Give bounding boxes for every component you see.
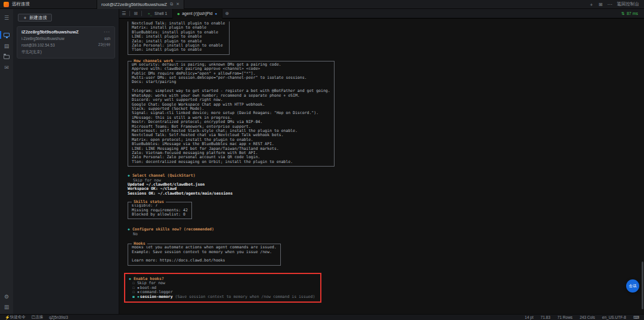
result-lines: Updated ~/.clawdbot/clawdbot.jsonWorkspa… xyxy=(128,183,644,196)
app-logo-icon xyxy=(4,2,9,7)
files-icon[interactable] xyxy=(0,51,13,61)
new-connection-button[interactable]: ＋ 新建连接 xyxy=(18,14,52,21)
latency-indicator: ⇅ 87 ms xyxy=(621,11,644,16)
connection-card[interactable]: iZ2ze8rg5bt9sofbuwshuwZ ··· i-2ze8rg5bt9… xyxy=(17,26,115,59)
scrollbar-thumb[interactable] xyxy=(642,261,643,309)
user-host: root@39.102.54.53 xyxy=(21,43,55,47)
tab-agent[interactable]: ● agent (r)[ssh]Pid ● xyxy=(173,9,223,19)
terminal-icon: >_ xyxy=(148,11,152,16)
hooks-box-title: Hooks xyxy=(132,242,147,246)
keyboard-icon[interactable]: ⌨ xyxy=(633,315,639,320)
session-tab-label: root@iZ2ze8rg5bt9sofbuwshuwZ xyxy=(101,2,167,7)
status-item: en_US.UTF-8 xyxy=(602,315,626,319)
split-pane-icon[interactable]: ⊞ xyxy=(131,11,140,16)
layers-icon[interactable]: ▤ xyxy=(0,41,13,51)
plus-icon: ＋ xyxy=(23,14,27,21)
status-right-items: 14 pt71.8371 Rows243 Colsen_US.UTF-8 xyxy=(525,315,626,319)
prompt-diamond-icon: ◆ xyxy=(128,227,130,232)
tab-shell-label: Shell 1 xyxy=(154,11,167,16)
session-fab-label: 会话 xyxy=(629,284,637,289)
checkbox-icon: ☐ xyxy=(132,290,135,294)
terminal-scrollbar[interactable] xyxy=(642,19,643,313)
region-label: 华北2(北京) xyxy=(21,50,42,55)
connection-title-row: iZ2ze8rg5bt9sofbuwshuwZ ··· xyxy=(21,29,110,35)
skills-status-box: Skills status Eligible: 7Missing require… xyxy=(128,202,192,219)
terminal-line: Tlon: install plugin to enable xyxy=(132,48,225,52)
help-docs-icon[interactable]: ▥ xyxy=(0,301,13,312)
tab-shell[interactable]: >_ Shell 1 xyxy=(143,9,173,19)
instance-id: i-2ze8rg5bt9sofbuwshuw xyxy=(21,36,64,41)
agent-status-icon: ● xyxy=(178,11,180,16)
connection-meta-row: root@39.102.54.53 23分钟 xyxy=(21,42,110,48)
select-channel-prompt: ◆Select channel (QuickStart) xyxy=(128,174,644,178)
remote-connection-icon[interactable] xyxy=(0,30,13,40)
terminal-output[interactable]: Nextcloud Talk: install plugin to enable… xyxy=(119,19,644,314)
annotation-red-box: ◆Enable hooks? ☐Skip for now☐▪boot-md☐▪c… xyxy=(124,273,321,303)
more-icon[interactable]: ⋯ xyxy=(608,2,612,7)
mail-icon[interactable]: ✉ xyxy=(0,62,13,72)
titlebar: 远程连接 root@iZ2ze8rg5bt9sofbuwshuwZ ⧉ ✕ ＋ … xyxy=(0,0,644,9)
terminal-menu-icon[interactable]: ☰ xyxy=(119,11,128,16)
status-right-icons: ⌨ xyxy=(633,315,639,320)
hook-icon: ▪ xyxy=(137,290,140,294)
status-item: 71.83 xyxy=(541,315,550,319)
split-layout-icon[interactable]: ⊞ xyxy=(599,2,603,7)
back-to-console-link[interactable]: 返回控制台 xyxy=(617,1,640,7)
terminal-line: Tlon: decentralized messaging on Urbit; … xyxy=(132,160,330,164)
session-duration: 23分钟 xyxy=(98,42,110,48)
lightning-icon[interactable]: ⚡ xyxy=(5,315,10,320)
configure-skills-prompt: ◆Configure skills now? (recommended) xyxy=(128,227,644,232)
connection-meta-row: 华北2(北京) xyxy=(21,50,110,55)
new-connection-label: 新建连接 xyxy=(29,15,47,21)
latency-value: 87 ms xyxy=(627,11,638,16)
activity-bar: ☰ ▤ ✉ ⚙ ▥ xyxy=(0,9,13,314)
separator xyxy=(141,11,142,16)
prompt-text: Configure skills now? (recommended) xyxy=(132,227,214,232)
status-item: 已连接 xyxy=(32,315,44,320)
plugin-status-box: Nextcloud Talk: install plugin to enable… xyxy=(128,21,230,55)
hooks-box: Hooks Hooks let you automate actions whe… xyxy=(128,244,281,266)
hooks-box-body: Hooks let you automate actions when agen… xyxy=(132,245,277,263)
app-title: 远程连接 xyxy=(12,1,30,7)
skills-box-body: Eligible: 7Missing requirements: 42Block… xyxy=(132,204,188,217)
status-item: 243 Cols xyxy=(580,315,595,319)
status-item: 14 pt xyxy=(525,315,533,319)
close-icon[interactable]: ✕ xyxy=(176,2,179,7)
terminal-line: Blocked by allowlist: 0 xyxy=(132,213,188,217)
monitor-icon xyxy=(4,33,10,37)
channels-box: How channels work DM security: default i… xyxy=(128,61,335,167)
status-bar: ⚡ 快捷命令已连接qZj5n39si3 14 pt71.8371 Rows243… xyxy=(0,314,644,320)
configure-skills-answer: No xyxy=(128,232,644,236)
terminal-line: Docs: start/pairing xyxy=(132,80,330,84)
select-channel-answer: Skip for now xyxy=(128,179,644,183)
hook-option-label: session-memory xyxy=(140,294,173,299)
hook-option-desc: (Save session context to memory when /ne… xyxy=(173,294,315,299)
hook-option[interactable]: ◼▪session-memory (Save session context t… xyxy=(132,295,315,299)
terminal-line: Example: Save session context to memory … xyxy=(132,250,277,254)
channels-box-body: DM security: default is pairing; unknown… xyxy=(132,63,330,164)
channels-box-title: How channels work xyxy=(132,59,175,63)
hook-option[interactable]: ☐Skip for now xyxy=(132,281,315,285)
more-icon[interactable]: ··· xyxy=(104,29,110,35)
plus-icon[interactable]: ＋ xyxy=(589,1,594,8)
duplicate-icon[interactable]: ⧉ xyxy=(170,2,173,7)
skills-box-title: Skills status xyxy=(132,200,166,204)
network-icon: ⇅ xyxy=(621,11,625,16)
status-left-items: 快捷命令已连接qZj5n39si3 xyxy=(10,315,68,320)
hook-options-list: ☐Skip for now☐▪boot-md☐▪command-logger◼▪… xyxy=(129,281,315,299)
folder-icon xyxy=(4,55,10,59)
prompt-text: Select channel (QuickStart) xyxy=(132,173,196,178)
connection-name: iZ2ze8rg5bt9sofbuwshuwZ xyxy=(21,29,79,35)
prompt-diamond-icon: ◆ xyxy=(128,173,130,178)
titlebar-actions: ＋ ⊞ ⋯ 返回控制台 xyxy=(589,1,644,8)
new-tab-icon[interactable]: ⊕ xyxy=(222,11,231,16)
connection-panel: ＋ 新建连接 iZ2ze8rg5bt9sofbuwshuwZ ··· i-2ze… xyxy=(13,9,119,314)
settings-gear-icon[interactable]: ⚙ xyxy=(0,291,13,301)
menu-icon[interactable]: ☰ xyxy=(0,13,13,23)
status-item: qZj5n39si3 xyxy=(49,315,68,319)
activity-group: ▤ ✉ xyxy=(0,30,13,72)
protocol-badge: ssh xyxy=(104,36,110,41)
session-tab[interactable]: root@iZ2ze8rg5bt9sofbuwshuwZ ⧉ ✕ xyxy=(97,0,184,9)
prompt-diamond-icon: ◆ xyxy=(129,276,131,281)
session-fab-button[interactable]: 会话 xyxy=(626,279,639,293)
